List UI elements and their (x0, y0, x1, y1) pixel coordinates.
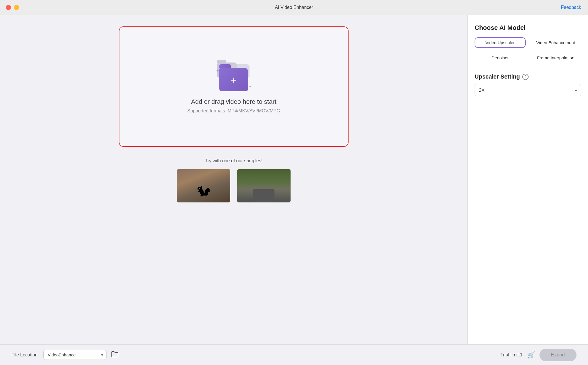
model-card-enhancement[interactable]: New Video Enhancement (530, 37, 581, 48)
road-thumbnail (237, 169, 291, 202)
folder-browse-icon (111, 351, 119, 357)
file-location-select[interactable]: VideoEnhance Desktop Documents Downloads (43, 350, 107, 360)
upscaler-setting-title-text: Upscaler Setting (475, 73, 520, 80)
browse-folder-button[interactable] (110, 350, 120, 360)
trial-limit-text: Trial limit:1 (500, 352, 523, 358)
model-label-enhancement: Video Enhancement (531, 38, 581, 47)
titlebar: AI Video Enhancer Feedback (0, 0, 588, 15)
sparkle-icon-1: ✦ (216, 68, 220, 74)
model-label-upscaler: Video Upscaler (475, 38, 525, 47)
model-label-interpolation: Frame Interpolation (531, 53, 581, 63)
window-controls (6, 5, 19, 10)
choose-model-title: Choose AI Model (475, 24, 581, 32)
app-title: AI Video Enhancer (275, 5, 313, 10)
model-card-upscaler[interactable]: ↖ ↗ ↙ ↘ 8K Video Upscaler (475, 37, 526, 48)
upscaler-setting-select[interactable]: 2X 4X 8X (475, 84, 581, 96)
sample-squirrel[interactable] (176, 169, 231, 203)
right-panel: Choose AI Model ↖ ↗ ↙ ↘ 8K Video Upscale… (467, 15, 588, 344)
left-panel: + ✦ ✦ Add or drag video here to start Su… (0, 15, 467, 344)
export-button[interactable]: Export (539, 349, 577, 361)
drop-zone[interactable]: + ✦ ✦ Add or drag video here to start Su… (119, 26, 349, 147)
close-button[interactable] (6, 5, 11, 10)
sparkle-icon-2: ✦ (249, 85, 252, 89)
samples-section: Try with one of our samples! (119, 158, 349, 203)
model-card-denoiser[interactable]: Denoiser (475, 52, 526, 63)
file-location-select-wrapper: VideoEnhance Desktop Documents Downloads… (43, 350, 107, 360)
model-grid: ↖ ↗ ↙ ↘ 8K Video Upscaler New Video Enha… (475, 37, 581, 63)
file-location-label: File Location: (11, 352, 39, 358)
file-location-wrapper: VideoEnhance Desktop Documents Downloads… (43, 350, 120, 360)
drop-zone-icon: + ✦ ✦ (215, 60, 252, 91)
help-icon[interactable]: ? (522, 74, 529, 80)
samples-grid (176, 169, 291, 203)
bottom-bar: File Location: VideoEnhance Desktop Docu… (0, 344, 588, 365)
drop-zone-subtitle: Supported formats: MP4/MKV/AVI/MOV/MPG (187, 108, 280, 114)
drop-zone-title: Add or drag video here to start (191, 98, 276, 106)
cart-icon: 🛒 (527, 351, 535, 359)
upscaler-setting-select-wrapper: 2X 4X 8X ▾ (475, 84, 581, 96)
bottom-right: Trial limit:1 🛒 Export (500, 349, 577, 361)
upscaler-setting-title: Upscaler Setting ? (475, 73, 581, 80)
model-label-denoiser: Denoiser (475, 53, 525, 63)
squirrel-thumbnail (177, 169, 230, 202)
upscaler-setting-section: Upscaler Setting ? 2X 4X 8X ▾ (475, 73, 581, 96)
model-card-interpolation[interactable]: Frame Interpolation (530, 52, 581, 63)
feedback-link[interactable]: Feedback (561, 5, 581, 10)
folder-plus-icon: + (231, 75, 237, 85)
folder-main-icon: + (219, 68, 248, 91)
sample-road[interactable] (237, 169, 291, 203)
minimize-button[interactable] (14, 5, 19, 10)
samples-label: Try with one of our samples! (205, 158, 262, 163)
main-content: + ✦ ✦ Add or drag video here to start Su… (0, 15, 588, 344)
